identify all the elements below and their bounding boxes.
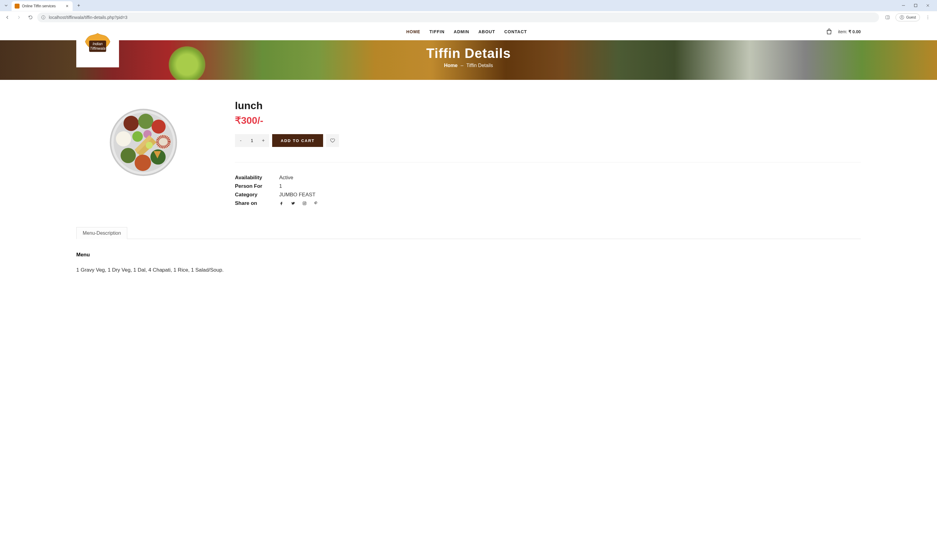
facebook-icon[interactable] [279, 201, 284, 205]
availability-label: Availability [235, 175, 279, 181]
nav-about[interactable]: ABOUT [479, 29, 495, 34]
twitter-icon[interactable] [291, 201, 295, 205]
svg-point-32 [304, 203, 306, 204]
product-price: ₹300/- [235, 115, 861, 126]
browser-tab[interactable]: Online Tiffin services ✕ [12, 1, 73, 11]
nav-tiffin[interactable]: TIFFIN [429, 29, 445, 34]
svg-rect-5 [886, 15, 889, 19]
svg-point-28 [134, 155, 151, 171]
qty-decrease-button[interactable]: - [235, 134, 247, 147]
side-panel-icon[interactable] [883, 12, 892, 22]
guest-avatar-icon [900, 15, 905, 20]
site-logo[interactable]: Indian Tiffinwala [76, 26, 119, 68]
cart-label[interactable]: item: ₹ 0.00 [838, 29, 861, 34]
guest-label: Guest [906, 15, 916, 20]
profile-button[interactable]: Guest [895, 14, 920, 22]
svg-point-18 [152, 120, 166, 134]
category-label: Category [235, 192, 279, 198]
breadcrumb-home[interactable]: Home [444, 63, 457, 68]
instagram-icon[interactable] [303, 201, 307, 205]
breadcrumb-current: Tiffin Details [466, 63, 493, 68]
svg-point-19 [116, 131, 131, 147]
svg-point-26 [146, 142, 153, 149]
heart-icon [330, 138, 335, 143]
quantity-stepper: - 1 + [235, 134, 269, 147]
menu-description-text: 1 Gravy Veg, 1 Dry Veg, 1 Dal, 4 Chapati… [76, 267, 861, 273]
menu-icon[interactable] [923, 12, 933, 22]
pinterest-icon[interactable] [314, 201, 318, 205]
svg-point-22 [156, 134, 171, 149]
cart-icon[interactable] [827, 29, 833, 35]
favicon [15, 4, 20, 9]
new-tab-button[interactable]: + [74, 1, 83, 10]
logo-text-2: Tiffinwala [90, 46, 106, 51]
tab-search-dropdown[interactable] [2, 2, 10, 9]
wishlist-button[interactable] [326, 134, 339, 147]
forward-button[interactable] [14, 12, 24, 22]
tab-menu-description[interactable]: Menu-Description [76, 227, 127, 239]
svg-point-20 [133, 131, 143, 142]
nav-home[interactable]: HOME [406, 29, 420, 34]
divider [235, 162, 861, 163]
url-text: localhost/tiffinwala/tiffin-details.php?… [49, 15, 127, 20]
tab-title: Online Tiffin services [22, 4, 62, 8]
person-for-label: Person For [235, 183, 279, 189]
nav-contact[interactable]: CONTACT [504, 29, 527, 34]
svg-point-16 [123, 116, 139, 131]
reload-button[interactable] [26, 12, 36, 22]
svg-point-17 [138, 114, 153, 129]
hero-banner: Tiffin Details Home – Tiffin Details [0, 40, 937, 80]
svg-point-11 [928, 18, 928, 19]
svg-point-10 [928, 17, 928, 18]
back-button[interactable] [2, 12, 12, 22]
svg-point-9 [928, 15, 928, 16]
menu-heading: Menu [76, 252, 861, 258]
qty-increase-button[interactable]: + [258, 134, 269, 147]
logo-text-1: Indian [93, 42, 103, 46]
share-on-label: Share on [235, 200, 279, 206]
minimize-button[interactable] [899, 1, 908, 10]
maximize-button[interactable] [911, 1, 920, 10]
availability-value: Active [279, 175, 293, 181]
close-window-button[interactable] [923, 1, 932, 10]
svg-point-8 [901, 16, 903, 17]
qty-value: 1 [247, 138, 258, 143]
breadcrumb: Home – Tiffin Details [0, 63, 937, 68]
address-bar[interactable]: localhost/tiffinwala/tiffin-details.php?… [37, 12, 879, 22]
close-tab-icon[interactable]: ✕ [65, 4, 69, 9]
product-name: lunch [235, 100, 861, 112]
svg-point-27 [120, 148, 136, 163]
person-for-value: 1 [279, 183, 282, 189]
category-value: JUMBO FEAST [279, 192, 315, 198]
svg-rect-1 [914, 4, 917, 7]
page-title: Tiffin Details [0, 46, 937, 61]
product-image [76, 100, 210, 185]
nav-admin[interactable]: ADMIN [454, 29, 469, 34]
svg-point-4 [43, 16, 43, 17]
add-to-cart-button[interactable]: ADD TO CART [272, 134, 323, 147]
site-info-icon[interactable] [41, 15, 46, 20]
